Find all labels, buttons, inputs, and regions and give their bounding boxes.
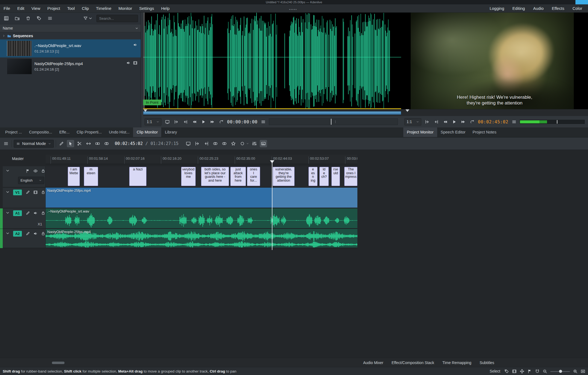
zone-out-button[interactable] bbox=[182, 118, 189, 125]
zoom-in-icon[interactable] bbox=[573, 369, 578, 374]
subtitle-clip[interactable]: ldech? bbox=[319, 167, 329, 186]
rewind-button[interactable] bbox=[191, 118, 198, 125]
bin-folder-row[interactable]: Sequences bbox=[0, 32, 141, 39]
hide-video-icon[interactable] bbox=[33, 190, 38, 194]
tab-clip-monitor[interactable]: Clip Monitor bbox=[133, 127, 161, 137]
tab-time-remapping[interactable]: Time Remapping bbox=[439, 359, 475, 367]
collapse-track-icon[interactable] bbox=[5, 231, 10, 236]
a1-track-head[interactable]: A1 X1 bbox=[3, 208, 46, 229]
track-target-strip[interactable] bbox=[0, 166, 3, 187]
tag-icon[interactable] bbox=[504, 369, 509, 374]
menu-monitor[interactable]: Monitor bbox=[115, 4, 136, 12]
insert-zone-button[interactable] bbox=[194, 140, 201, 147]
subtitle-clip[interactable]: justattackfromhere bbox=[230, 167, 246, 186]
playhead-marker[interactable] bbox=[270, 160, 274, 163]
edit-track-icon[interactable] bbox=[26, 190, 30, 194]
zone-range[interactable] bbox=[143, 111, 401, 115]
edit-track-icon[interactable] bbox=[26, 231, 30, 236]
monitor-menu-button[interactable] bbox=[260, 118, 266, 125]
track-badge[interactable]: A1 bbox=[13, 210, 22, 216]
forward-button[interactable] bbox=[460, 118, 466, 125]
audio-clip[interactable]: NastyOldPeople-25fps.mp4 bbox=[46, 229, 357, 248]
snap-icon[interactable] bbox=[535, 369, 540, 374]
lock-track-icon[interactable] bbox=[41, 169, 45, 173]
subtitle-clip[interactable]: eesning bbox=[308, 167, 317, 186]
zone-in-button[interactable] bbox=[424, 118, 430, 125]
menu-file[interactable]: File bbox=[0, 4, 14, 12]
tab-library[interactable]: Library bbox=[161, 127, 180, 137]
track-badge[interactable]: V1 bbox=[13, 190, 22, 195]
v1-track-body[interactable]: NastyOldPeople-25fps.mp4 bbox=[46, 188, 357, 208]
clip-monitor-seekbar[interactable] bbox=[269, 118, 398, 125]
menu-settings[interactable]: Settings bbox=[136, 4, 158, 12]
zoom-out-icon[interactable] bbox=[543, 369, 547, 374]
audio-mixer-button[interactable] bbox=[251, 140, 258, 147]
razor-tool-button[interactable] bbox=[76, 140, 83, 147]
menu-clip[interactable]: Clip bbox=[78, 4, 93, 12]
bin-clip-row[interactable]: .~NastyOldPeople_srt.wav 01:24:18:13 [1] bbox=[0, 39, 141, 57]
subtitle-clip[interactable]: a Nazi bbox=[129, 167, 146, 186]
tab-speech-editor[interactable]: Speech Editor bbox=[437, 127, 469, 137]
tab-undo-hist[interactable]: Undo Hist... bbox=[105, 127, 133, 137]
project-monitor-timecode[interactable]: 00:02:45:02 bbox=[478, 119, 508, 124]
selection-tool-button[interactable] bbox=[67, 140, 74, 147]
collapse-track-icon[interactable] bbox=[5, 211, 10, 215]
timeline-ruler[interactable]: 00:01:49:1100:01:58:1400:02:07:1600:02:1… bbox=[46, 155, 357, 164]
tab-project-notes[interactable]: Project Notes bbox=[469, 127, 500, 137]
playhead-line[interactable] bbox=[272, 160, 272, 250]
bin-menu-button[interactable] bbox=[46, 15, 54, 22]
edit-tool-button[interactable] bbox=[58, 140, 65, 147]
a2-track-head[interactable]: A2 bbox=[3, 229, 46, 248]
subtitle-clip[interactable]: verybodlovesme bbox=[181, 167, 196, 186]
subtitle-clip[interactable]: onesIcarefor... bbox=[247, 167, 260, 186]
create-folder-button[interactable] bbox=[14, 15, 21, 22]
tab-project[interactable]: Project ... bbox=[2, 127, 25, 137]
workspace-effects[interactable]: Effects bbox=[548, 4, 569, 12]
timeline-timecode[interactable]: 00:02:45:02 / 01:24:27:15 bbox=[115, 141, 178, 146]
record-button[interactable] bbox=[239, 140, 249, 147]
subtitle-flag-icon[interactable] bbox=[26, 169, 30, 173]
mix-clips-button[interactable] bbox=[212, 140, 219, 147]
menu-tool[interactable]: Tool bbox=[64, 4, 78, 12]
rewind-button[interactable] bbox=[442, 118, 448, 125]
lock-track-icon[interactable] bbox=[41, 231, 45, 236]
collapse-track-icon[interactable] bbox=[5, 168, 10, 173]
multicam-tool-button[interactable] bbox=[103, 140, 110, 147]
subtitle-language-select[interactable]: English bbox=[18, 177, 44, 184]
zone-in-button[interactable] bbox=[173, 118, 180, 125]
monitor-zoom-select[interactable]: 1:1 bbox=[145, 118, 161, 126]
tab-project-monitor[interactable]: Project Monitor bbox=[403, 127, 437, 137]
marker-icon[interactable] bbox=[527, 369, 532, 374]
menu-help[interactable]: Help bbox=[158, 4, 173, 12]
subtitle-clip[interactable]: Theones Impress bbox=[344, 167, 357, 186]
play-button[interactable] bbox=[200, 118, 207, 125]
a1-track-body[interactable]: .~NastyOldPeople_srt.wav bbox=[46, 208, 357, 229]
track-target-strip[interactable] bbox=[0, 229, 3, 248]
monitor-overlay-button[interactable] bbox=[164, 118, 170, 125]
tab-effe[interactable]: Effe... bbox=[56, 127, 73, 137]
subtitles-button[interactable] bbox=[260, 140, 267, 147]
subtitle-clip[interactable]: rseuld bbox=[331, 167, 340, 186]
workspace-audio[interactable]: Audio bbox=[529, 4, 548, 12]
project-monitor-zone-bar[interactable] bbox=[401, 109, 588, 116]
workspace-color[interactable]: Color bbox=[568, 4, 586, 12]
transition-button[interactable] bbox=[221, 140, 228, 147]
bin-view-button[interactable] bbox=[3, 15, 10, 22]
thumbnails-icon[interactable] bbox=[512, 369, 517, 374]
lock-track-icon[interactable] bbox=[41, 190, 45, 194]
clip-monitor-zone-bar[interactable] bbox=[143, 109, 401, 116]
loop-zone-button[interactable] bbox=[218, 118, 225, 125]
video-clip[interactable]: NastyOldPeople-25fps.mp4 bbox=[46, 188, 357, 208]
extract-zone-button[interactable] bbox=[203, 140, 210, 147]
slip-tool-button[interactable] bbox=[94, 140, 101, 147]
bin-clip-row[interactable]: NastyOldPeople-25fps.mp4 01:24:24:16 [2] bbox=[0, 57, 141, 75]
move-icon[interactable] bbox=[520, 369, 524, 374]
timeline-zoom-slider[interactable] bbox=[550, 369, 570, 374]
tab-effect-composition-stack[interactable]: Effect/Composition Stack bbox=[388, 359, 438, 367]
subtitle-clip[interactable]: I amMette bbox=[68, 167, 80, 186]
bin-filter-button[interactable] bbox=[83, 16, 93, 21]
menu-edit[interactable]: Edit bbox=[14, 4, 28, 12]
track-target-strip[interactable] bbox=[0, 188, 3, 208]
edit-track-icon[interactable] bbox=[26, 211, 30, 215]
a2-track-body[interactable]: NastyOldPeople-25fps.mp4 bbox=[46, 229, 357, 248]
